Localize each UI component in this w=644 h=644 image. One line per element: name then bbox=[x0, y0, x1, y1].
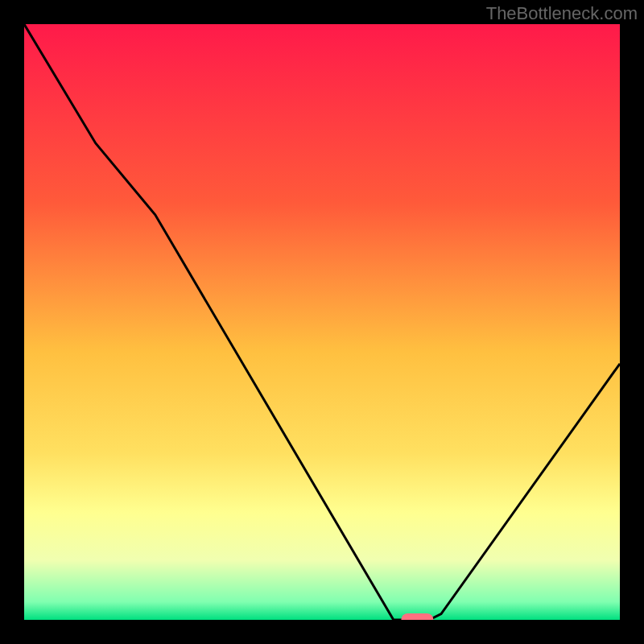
optimal-marker bbox=[401, 613, 433, 620]
watermark-text: TheBottleneck.com bbox=[486, 3, 638, 24]
bottleneck-chart bbox=[24, 24, 620, 620]
gradient-background bbox=[24, 24, 620, 620]
chart-svg bbox=[24, 24, 620, 620]
